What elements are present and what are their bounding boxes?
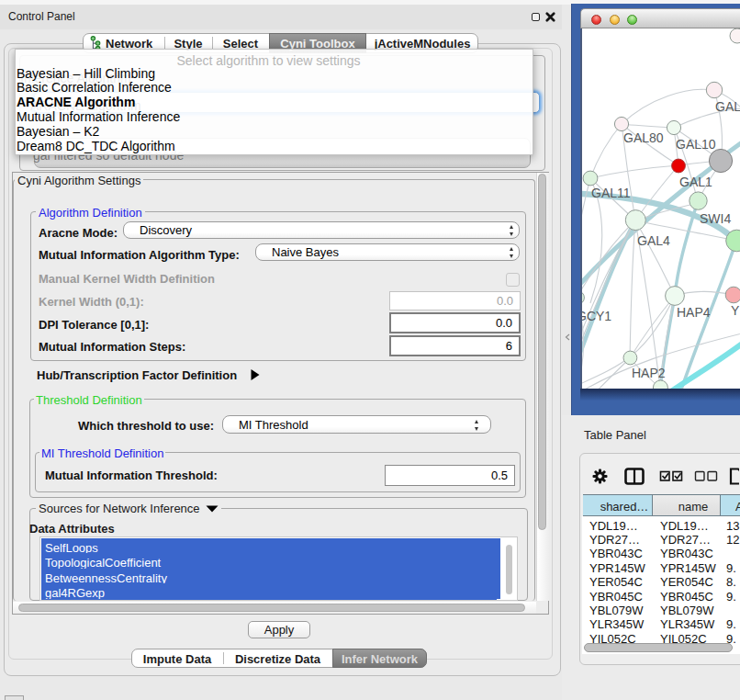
svg-text:GAL: GAL	[715, 99, 740, 114]
svg-text:HAP2: HAP2	[632, 366, 666, 380]
svg-text:GAL1: GAL1	[679, 175, 712, 189]
svg-text:GAL11: GAL11	[591, 186, 631, 200]
svg-text:GAL10: GAL10	[676, 137, 716, 152]
svg-text:GAL80: GAL80	[623, 130, 664, 145]
svg-text:SWI4: SWI4	[700, 211, 731, 226]
svg-text:GAL4: GAL4	[637, 233, 670, 248]
svg-text:HAP4: HAP4	[677, 305, 711, 320]
svg-text:GCY1: GCY1	[582, 309, 611, 323]
svg-text:Y: Y	[731, 303, 740, 318]
